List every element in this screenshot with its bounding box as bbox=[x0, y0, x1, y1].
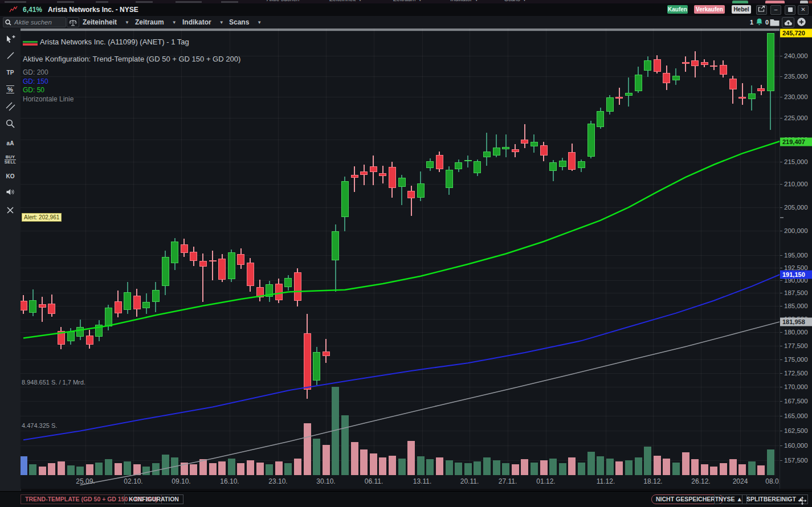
tool-label: TP bbox=[7, 69, 14, 76]
legend-item: GD: 50 bbox=[23, 86, 44, 94]
candle-body bbox=[152, 290, 160, 302]
price-axis[interactable]: 240,000235,000230,000225,000220,000215,0… bbox=[780, 28, 812, 489]
menu-label: Indikator bbox=[182, 18, 211, 26]
volume-bar bbox=[587, 452, 595, 475]
candle-body bbox=[247, 263, 254, 286]
price-tick bbox=[780, 306, 782, 306]
menu-label: Scans bbox=[229, 18, 249, 26]
candle-body bbox=[266, 284, 273, 297]
search-input[interactable] bbox=[13, 18, 62, 26]
parallel-lines-icon bbox=[6, 102, 15, 112]
menu-zeitraum[interactable]: Zeitraum▼ bbox=[135, 18, 177, 26]
volume-bar bbox=[531, 463, 538, 475]
background-text-smudge bbox=[5, 1, 26, 3]
price-tick bbox=[780, 416, 782, 416]
grid-line-horizontal bbox=[21, 359, 780, 360]
sidebar-line-tool[interactable] bbox=[2, 48, 19, 63]
alert-label[interactable]: Alert: 202,961 bbox=[22, 213, 62, 222]
cloud-upload-icon[interactable] bbox=[782, 17, 794, 28]
chart-canvas[interactable]: Arista Networks Inc. (A11099) (ANET) - 1… bbox=[21, 28, 780, 489]
sidebar-audio-tool[interactable] bbox=[2, 185, 19, 200]
candle-body bbox=[351, 175, 358, 178]
volume-bar bbox=[247, 460, 254, 475]
search-icon bbox=[5, 19, 11, 26]
volume-bar bbox=[29, 464, 36, 475]
sidebar-tp-tool[interactable]: TP bbox=[2, 65, 19, 80]
price-tick bbox=[780, 346, 782, 346]
search-box[interactable] bbox=[3, 17, 66, 27]
buy-button[interactable]: Kaufen bbox=[667, 5, 688, 14]
sidebar-buy-sell-tool[interactable]: BUYSELL bbox=[2, 152, 19, 167]
grid-line-horizontal bbox=[21, 445, 780, 446]
grid-line-horizontal bbox=[21, 319, 780, 320]
grid-line-horizontal bbox=[21, 118, 780, 118]
volume-bar bbox=[124, 461, 131, 475]
price-tick bbox=[780, 431, 782, 431]
sidebar-zoom-tool[interactable] bbox=[2, 117, 19, 132]
popout-icon[interactable] bbox=[756, 5, 767, 15]
background-text-smudge bbox=[57, 1, 74, 3]
sidebar-text-tool[interactable]: aA bbox=[2, 136, 19, 150]
volume-bar bbox=[748, 461, 756, 475]
not-saved-badge[interactable]: NICHT GESPEICHERT bbox=[651, 494, 723, 504]
candle-body bbox=[228, 252, 235, 279]
menu-zeiteinheit[interactable]: Zeiteinheit▼ bbox=[83, 18, 129, 26]
menu-scans[interactable]: Scans▼ bbox=[229, 18, 262, 26]
sidebar-cursor-tool[interactable] bbox=[2, 32, 19, 47]
candle-body bbox=[446, 170, 453, 188]
maximize-icon[interactable] bbox=[785, 5, 795, 15]
date-label: 30.10. bbox=[316, 477, 335, 485]
date-label: 27.11. bbox=[499, 477, 517, 485]
volume-bar bbox=[58, 461, 65, 475]
candle-body bbox=[332, 231, 339, 260]
price-tick-label: 225,000 bbox=[784, 115, 808, 121]
candle-wick bbox=[524, 124, 525, 148]
volume-bar bbox=[474, 461, 481, 475]
minimize-icon[interactable]: – bbox=[770, 5, 781, 15]
sidebar-delete-tool[interactable] bbox=[2, 203, 19, 218]
diagonal-line-icon bbox=[6, 51, 15, 61]
candle-body bbox=[502, 147, 509, 149]
candle-wick bbox=[685, 56, 686, 72]
volume-bar bbox=[512, 464, 519, 475]
konfiguration-button[interactable]: KONFIGURATION bbox=[124, 494, 183, 504]
grid-line-horizontal bbox=[21, 293, 780, 293]
volume-bar bbox=[417, 456, 425, 475]
candle-body bbox=[86, 336, 93, 345]
volume-bar bbox=[39, 467, 46, 475]
grid-line-vertical bbox=[653, 28, 654, 476]
price-tick-label: 240,000 bbox=[784, 52, 808, 59]
candle-body bbox=[190, 252, 197, 261]
candle-body bbox=[597, 111, 604, 127]
candle-body bbox=[199, 261, 207, 267]
sell-button[interactable]: Verkaufen bbox=[694, 5, 725, 14]
volume-bar bbox=[578, 463, 585, 475]
sidebar-ko-tool[interactable]: KO bbox=[2, 169, 19, 183]
candle-body bbox=[209, 260, 217, 262]
leverage-button[interactable]: Hebel bbox=[732, 5, 751, 14]
price-tick bbox=[780, 373, 782, 374]
candle-body bbox=[512, 149, 519, 152]
sidebar-percent-tool[interactable]: % bbox=[2, 82, 19, 97]
move-icon[interactable] bbox=[798, 496, 807, 505]
grid-line-vertical bbox=[422, 28, 423, 476]
price-tick bbox=[780, 280, 782, 281]
volume-bar bbox=[710, 467, 717, 475]
sidebar-parallel-lines-tool[interactable] bbox=[2, 100, 19, 115]
candle-body bbox=[275, 284, 283, 300]
candle-body bbox=[76, 327, 84, 337]
grid-line-horizontal bbox=[21, 416, 780, 416]
volume-bar bbox=[597, 456, 604, 475]
background-toolbar-fragment: Indikator ▼ bbox=[450, 0, 479, 2]
candle-body bbox=[29, 300, 36, 313]
grid-line-vertical bbox=[701, 28, 701, 476]
compare-scales-icon[interactable] bbox=[67, 17, 79, 27]
add-icon[interactable] bbox=[797, 17, 806, 29]
date-label: 23.10. bbox=[268, 477, 287, 485]
folder-icon[interactable] bbox=[770, 18, 780, 28]
menu-indikator[interactable]: Indikator▼ bbox=[182, 18, 224, 26]
close-icon[interactable]: ✕ bbox=[798, 5, 809, 15]
candle-wick bbox=[486, 133, 487, 165]
bell-icon[interactable] bbox=[755, 18, 764, 28]
candle-body bbox=[115, 301, 122, 313]
